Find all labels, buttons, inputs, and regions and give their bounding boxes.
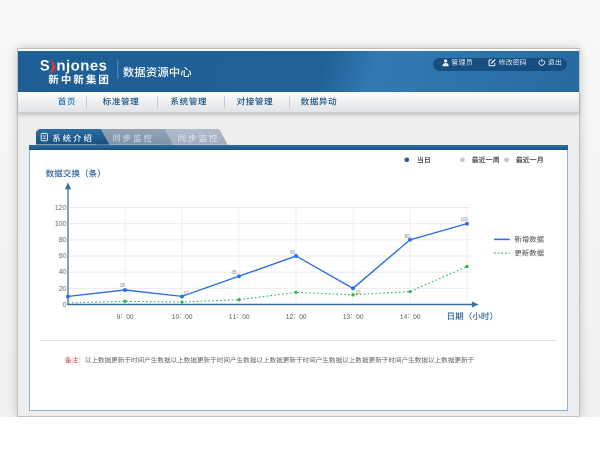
- svg-text:10: 10: [355, 290, 361, 295]
- svg-text:100: 100: [55, 220, 67, 227]
- svg-text:120: 120: [55, 204, 67, 211]
- svg-text:0: 0: [62, 301, 66, 308]
- svg-text:18: 18: [120, 283, 126, 288]
- svg-text:100: 100: [460, 217, 468, 222]
- svg-text:20: 20: [59, 285, 67, 292]
- svg-text:80: 80: [59, 236, 67, 243]
- svg-text:40: 40: [59, 268, 67, 275]
- svg-text:80: 80: [405, 234, 411, 239]
- svg-text:60: 60: [290, 250, 296, 255]
- svg-text:35: 35: [232, 270, 238, 275]
- svg-text:60: 60: [59, 252, 67, 259]
- svg-text:10: 10: [184, 291, 190, 296]
